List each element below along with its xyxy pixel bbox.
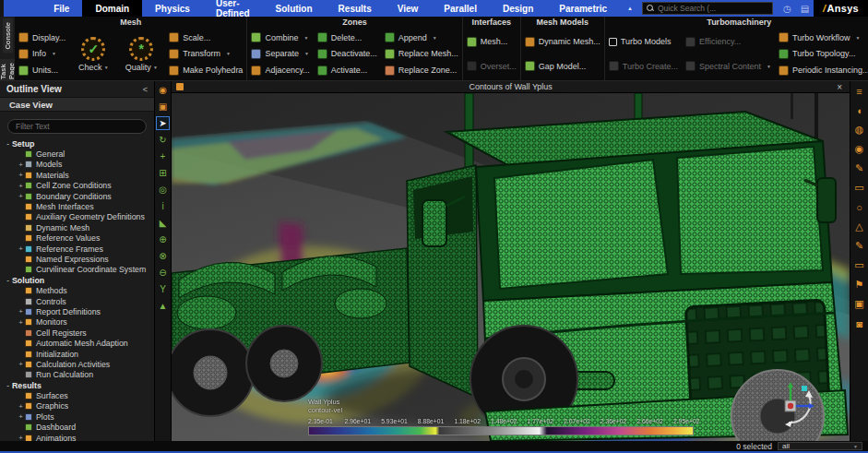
quick-search[interactable] (642, 2, 773, 15)
orbit-rotate-icon[interactable]: ↻ (156, 133, 170, 147)
overset-button[interactable]: Overset... (467, 61, 517, 71)
tree-expander-icon[interactable]: + (17, 402, 25, 411)
transform-button[interactable]: Transform▼ (169, 49, 243, 59)
replace-mesh-button[interactable]: Replace Mesh... (385, 49, 458, 59)
append-button[interactable]: Append▼ (385, 32, 458, 42)
tree-item-named-expressions[interactable]: Named Expressions (0, 254, 154, 264)
tree-item-automatic-mesh-adaption[interactable]: Automatic Mesh Adaption (0, 338, 154, 348)
pan-icon[interactable]: + (156, 149, 170, 163)
info-button[interactable]: Info▼ (18, 49, 65, 59)
tree-expander-icon[interactable]: + (17, 318, 25, 327)
tree-item-report-definitions[interactable]: +Report Definitions (0, 306, 154, 316)
tree-item-materials[interactable]: +Materials (0, 170, 154, 180)
scale-button[interactable]: Scale... (169, 32, 243, 42)
dynamic-mesh-button[interactable]: Dynamic Mesh... (525, 37, 600, 47)
rect-zone-tool-icon[interactable]: ▭ (852, 258, 866, 272)
display-options-icon[interactable]: ◉ (156, 83, 170, 97)
tree-item-animations[interactable]: +Animations (0, 433, 154, 441)
copy-view-icon[interactable]: ▣ (852, 297, 866, 311)
tree-item-setup[interactable]: -Setup (0, 138, 154, 149)
selection-scope-dropdown[interactable]: all ▼ (778, 442, 862, 450)
iso-view-icon[interactable]: ▲ (156, 299, 170, 313)
tree-item-dynamic-mesh[interactable]: Dynamic Mesh (0, 222, 154, 232)
delete-button[interactable]: Delete... (317, 32, 377, 42)
polygon-tool-icon[interactable]: △ (852, 220, 866, 233)
tab-parametric[interactable]: Parametric (546, 0, 620, 17)
draw-solid-icon[interactable]: ◖ (852, 103, 866, 117)
combine-button[interactable]: Combine▼ (251, 32, 309, 42)
tree-item-curvilinear-coordinate-system[interactable]: Curvilinear Coordinate System (0, 265, 154, 275)
turbo-create-button[interactable]: Turbo Create... (609, 61, 678, 71)
axes-tool-icon[interactable]: Y (156, 282, 170, 296)
tree-item-boundary-conditions[interactable]: +Boundary Conditions (0, 191, 154, 201)
tree-item-reference-values[interactable]: Reference Values (0, 233, 154, 244)
marker-tool-icon[interactable]: ✎ (852, 239, 866, 253)
snapshot-camera-icon[interactable]: ◙ (852, 316, 866, 330)
make-polyhedra-button[interactable]: Make Polyhedra (169, 66, 243, 76)
flag-tool-icon[interactable]: ⚑ (852, 278, 866, 292)
graphics-window-titlebar[interactable]: Contours of Wall Yplus × (172, 81, 850, 93)
tree-filter-input[interactable] (7, 119, 147, 134)
tree-item-models[interactable]: +Models (0, 160, 154, 170)
quick-search-input[interactable] (658, 4, 768, 13)
tab-domain[interactable]: Domain (82, 0, 142, 17)
tree-item-auxiliary-geometry-definitions[interactable]: Auxiliary Geometry Definitions (0, 212, 154, 222)
gap-model-button[interactable]: Gap Model... (525, 61, 600, 71)
zoom-icon[interactable]: ◎ (156, 183, 170, 197)
rail-tab-console[interactable]: Console (3, 18, 13, 54)
adjacency-button[interactable]: Adjacency... (251, 66, 309, 76)
copy-screenshot-icon[interactable]: ▣ (156, 100, 170, 113)
tree-item-calculation-activities[interactable]: +Calculation Activities (0, 359, 154, 369)
tab-file[interactable]: File (41, 0, 82, 17)
tree-item-surfaces[interactable]: Surfaces (0, 390, 154, 400)
spectral-content-button[interactable]: Spectral Content▼ (685, 61, 771, 71)
turbo-models-checkbox[interactable] (609, 38, 617, 46)
view-eye-icon[interactable]: ◉ (852, 142, 866, 156)
quality-button[interactable]: *Quality▼ (117, 29, 165, 79)
probe-info-icon[interactable]: i (156, 199, 170, 213)
deselect-icon[interactable]: ⊗ (156, 249, 170, 263)
tree-item-cell-registers[interactable]: Cell Registers (0, 328, 154, 338)
lasso-tool-icon[interactable]: ○ (852, 200, 866, 214)
tree-expander-icon[interactable]: + (17, 307, 25, 316)
tree-expander-icon[interactable]: + (17, 192, 25, 200)
tree-expander-icon[interactable]: + (17, 434, 25, 441)
tree-item-initialization[interactable]: Initialization (0, 349, 154, 359)
magnify-icon[interactable]: ⊕ (156, 232, 170, 246)
case-view-header[interactable]: Case View (0, 97, 154, 112)
tab-design[interactable]: Design (490, 0, 546, 17)
turbo-topology-button[interactable]: Turbo Topology... (779, 49, 868, 59)
tree-expander-icon[interactable]: + (17, 161, 25, 169)
efficiency-button[interactable]: Efficiency... (685, 37, 771, 47)
3d-scene[interactable]: Wall Yplus contour-vel 2.35e-012.96e+015… (172, 93, 850, 441)
clip-plane-icon[interactable]: ◣ (156, 216, 170, 230)
tree-expander-icon[interactable]: + (17, 182, 25, 190)
check-button[interactable]: ✓Check▼ (69, 29, 117, 79)
close-icon[interactable]: × (834, 82, 845, 92)
tab-parallel[interactable]: Parallel (431, 0, 490, 17)
separate-button[interactable]: Separate▼ (251, 49, 309, 59)
tab-solution[interactable]: Solution (263, 0, 326, 17)
deactivate-button[interactable]: Deactivate... (317, 49, 377, 59)
tree-expander-icon[interactable]: + (17, 360, 25, 368)
turbo-workflow-button[interactable]: Turbo Workflow▼ (779, 32, 868, 42)
tree-item-run-calculation[interactable]: Run Calculation (0, 370, 154, 380)
tree-expander-icon[interactable]: + (17, 171, 25, 179)
tree-item-reference-frames[interactable]: +Reference Frames (0, 244, 154, 254)
zoom-box-icon[interactable]: ⊞ (156, 166, 170, 180)
box-tool-icon[interactable]: ▭ (852, 181, 866, 195)
panel-list-icon[interactable]: ▤ (796, 0, 814, 17)
tree-item-graphics[interactable]: +Graphics (0, 401, 154, 411)
view-layers-icon[interactable]: ≡ (852, 84, 866, 98)
periodic-instancing-button[interactable]: Periodic Instancing... (779, 66, 868, 76)
turbo-models-button[interactable]: Turbo Models (609, 37, 678, 46)
tree-expander-icon[interactable]: - (4, 381, 12, 389)
history-clock-icon[interactable]: ◷ (779, 0, 796, 17)
tree-expander-icon[interactable]: + (17, 244, 25, 253)
tree-item-general[interactable]: General (0, 149, 154, 159)
tab-view[interactable]: View (385, 0, 432, 17)
edit-annotations-icon[interactable]: ✎ (852, 161, 866, 175)
units-button[interactable]: Units... (18, 66, 65, 76)
tree-expander-icon[interactable]: + (17, 412, 25, 421)
replace-zone-button[interactable]: Replace Zone... (385, 66, 458, 76)
